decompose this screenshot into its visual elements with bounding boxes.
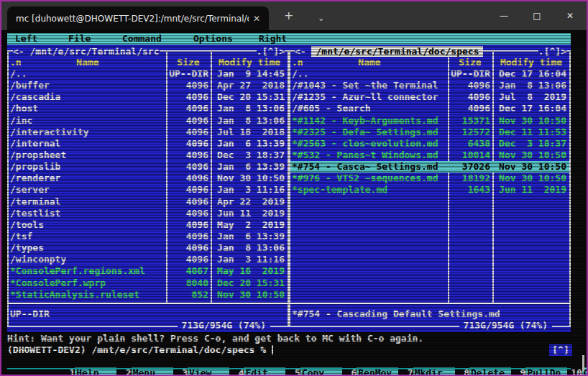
file-row[interactable]: /tools 4096 May 2 2019 xyxy=(9,219,288,231)
file-row[interactable]: *#976 - VT52 ~sequences.md 18192 Nov 30 … xyxy=(290,173,569,184)
file-row[interactable]: *#754 - Casca~ Settings.md 37026 Nov 30 … xyxy=(290,161,569,173)
panel-back-arrow[interactable]: <- xyxy=(295,46,311,57)
function-key-button[interactable]: 9PullDn xyxy=(458,356,514,376)
left-disk-usage: 713G/954G (74%) xyxy=(178,320,270,331)
file-name: *spec-template.md xyxy=(292,184,387,196)
file-row[interactable]: /propsheet 4096 Dec 3 18:37 xyxy=(9,150,288,161)
file-row[interactable]: /winconpty 4096 Jan 3 11:16 xyxy=(9,254,288,265)
left-panel-header-controls[interactable]: .[^]> xyxy=(257,46,285,58)
file-row[interactable]: /tsf 4096 Jan 6 13:39 xyxy=(9,231,288,242)
right-panel-header[interactable]: <- /mnt/e/src/Terminal/doc/specs xyxy=(295,46,483,58)
hint-line: Hint: Want your plain shell? Press C-o, … xyxy=(7,333,423,344)
tab-close-icon[interactable]: ✕ xyxy=(253,14,260,24)
file-mtime: Dec 17 16:04 xyxy=(495,103,568,114)
column-header-size[interactable]: Size xyxy=(167,57,210,68)
file-size: 1643 xyxy=(449,184,490,196)
file-row[interactable]: /.. UP--DIR Dec 17 16:04 xyxy=(290,68,569,80)
minimize-icon: — xyxy=(500,11,508,21)
function-key-button[interactable]: 5Copy xyxy=(233,356,289,376)
left-panel-path[interactable]: /mnt/e/src/Terminal/src xyxy=(29,46,159,57)
file-row[interactable]: *StaticAnalysis.ruleset 852 Nov 30 10:50 xyxy=(9,289,288,301)
file-size: 10014 xyxy=(449,150,490,161)
function-key-number: 10 xyxy=(571,367,582,376)
scrollbar-thumb[interactable] xyxy=(582,355,584,371)
prompt-text: (DHOWETT-DEV2) /mnt/e/src/Terminal/doc/s… xyxy=(7,344,272,355)
maximize-button[interactable]: □ xyxy=(520,1,553,30)
file-size: 4096 xyxy=(167,208,208,219)
file-row[interactable]: *#532 - Panes~t Windows.md 10014 Nov 30 … xyxy=(290,150,569,161)
terminal-tab[interactable]: mc [duhowett@DHOWETT-DEV2]:/mnt/e/src/Te… xyxy=(7,6,269,30)
column-header-mtime[interactable]: Modify time xyxy=(211,57,288,68)
file-row[interactable]: /.. UP--DIR Jan 9 14:45 xyxy=(9,68,288,80)
right-disk-usage: 713G/954G (74%) xyxy=(459,320,552,331)
file-name: *#2563 - clos~evolution.md xyxy=(292,138,438,150)
file-name: /buffer xyxy=(10,80,50,91)
menu-item[interactable]: File xyxy=(68,33,91,45)
function-key-button[interactable]: 3View xyxy=(120,356,176,376)
function-key-button[interactable]: 10Quit xyxy=(515,356,571,376)
file-mtime: Nov 30 10:50 xyxy=(213,173,286,184)
file-row[interactable]: /interactivity 4096 Jul 18 2018 xyxy=(9,127,288,138)
file-name: /interactivity xyxy=(10,127,89,138)
file-row[interactable]: /buffer 4096 Apr 27 2018 xyxy=(9,80,288,91)
file-row[interactable]: /#1043 - Set ~the Terminal 4096 Jan 8 13… xyxy=(290,80,569,91)
column-header-name[interactable]: Name xyxy=(290,57,449,68)
file-row[interactable]: *ConsolePerf.wprp 8040 Dec 20 15:31 xyxy=(9,278,288,289)
right-panel-header-controls[interactable]: .[^]> xyxy=(538,46,566,58)
file-row[interactable]: /renderer 4096 Nov 30 10:50 xyxy=(9,173,288,184)
file-row[interactable]: /inc 4096 Jan 8 13:06 xyxy=(9,115,288,127)
file-row[interactable]: /propslib 4096 Jan 6 13:39 xyxy=(9,161,288,173)
file-mtime: Jan 3 11:16 xyxy=(213,254,286,265)
function-key-button[interactable]: 4Edit xyxy=(176,356,232,376)
close-icon: ✕ xyxy=(566,11,574,21)
file-row[interactable]: /types 4096 Jan 8 13:06 xyxy=(9,242,288,254)
file-mtime: Jan 6 13:39 xyxy=(213,138,286,150)
left-panel-header[interactable]: <- /mnt/e/src/Terminal/src xyxy=(13,46,160,58)
file-row[interactable]: /internal 4096 Jan 6 13:39 xyxy=(9,138,288,150)
function-key-button[interactable]: 1Help xyxy=(7,356,63,376)
file-name: /.. xyxy=(292,68,308,80)
window-controls: — □ ✕ xyxy=(487,1,587,30)
minimize-button[interactable]: — xyxy=(487,1,520,30)
column-header-name[interactable]: Name xyxy=(9,57,167,68)
file-mtime: Jan 8 13:06 xyxy=(495,80,568,91)
file-name: /server xyxy=(10,184,50,196)
file-row[interactable]: /host 4096 Jan 8 13:06 xyxy=(9,103,288,114)
file-row[interactable]: *spec-template.md 1643 Jun 11 2019 xyxy=(290,184,569,196)
file-mtime: Apr 27 2018 xyxy=(213,80,286,91)
file-size: 4096 xyxy=(167,115,208,127)
file-row[interactable]: /cascadia 4096 Dec 20 15:31 xyxy=(9,91,288,103)
function-key-button[interactable]: 7Mkdir xyxy=(345,356,401,376)
column-header-size[interactable]: Size xyxy=(449,57,492,68)
file-mtime: Jan 8 13:06 xyxy=(213,103,286,114)
function-key-button[interactable]: 6RenMov xyxy=(289,356,345,376)
file-row[interactable]: /server 4096 Jan 3 11:16 xyxy=(9,184,288,196)
panel-back-arrow[interactable]: <- xyxy=(13,46,29,57)
menu-item[interactable]: Right xyxy=(259,33,287,45)
close-button[interactable]: ✕ xyxy=(553,1,587,30)
shell-prompt[interactable]: (DHOWETT-DEV2) /mnt/e/src/Terminal/doc/s… xyxy=(7,344,273,356)
tab-dropdown-icon[interactable]: ⌄ xyxy=(318,12,324,26)
column-header-mtime[interactable]: Modify time xyxy=(493,57,569,68)
menu-item[interactable]: Command xyxy=(122,33,162,45)
file-row[interactable]: /#1235 - Azur~ll connector 4096 Jul 8 20… xyxy=(290,91,569,103)
left-file-list: /.. UP--DIR Jan 9 14:45 /buffer 4096 Apr… xyxy=(9,68,288,301)
panel-toggle-indicator[interactable]: [^] xyxy=(549,344,572,356)
right-panel-path[interactable]: /mnt/e/src/Terminal/doc/specs xyxy=(311,46,483,57)
file-row[interactable]: *#1142 - Keyb~Arguments.md 15371 Nov 30 … xyxy=(290,115,569,127)
file-row[interactable]: /#605 - Search 4096 Dec 17 16:04 xyxy=(290,103,569,114)
function-key-button[interactable]: 8Delete xyxy=(402,356,458,376)
file-row[interactable]: *#2325 - Defa~ Settings.md 12572 Dec 11 … xyxy=(290,127,569,138)
file-row[interactable]: *#2563 - clos~evolution.md 6438 Dec 3 18… xyxy=(290,138,569,150)
menu-item[interactable]: Left xyxy=(15,33,37,45)
file-row[interactable]: /testlist 4096 Jun 11 2019 xyxy=(9,208,288,219)
menu-item[interactable]: Options xyxy=(193,33,233,45)
function-key-button[interactable]: 2Menu xyxy=(63,356,119,376)
file-row[interactable]: *ConsolePerf.regions.xml 4067 May 16 201… xyxy=(9,265,288,277)
panel-status-divider xyxy=(9,303,288,304)
file-row[interactable]: /terminal 4096 Apr 22 2019 xyxy=(9,196,288,208)
new-tab-button[interactable]: + xyxy=(284,9,293,23)
file-mtime: Jul 18 2018 xyxy=(213,127,286,138)
file-mtime: Nov 30 10:50 xyxy=(213,289,286,301)
file-name: /#605 - Search xyxy=(292,103,371,114)
